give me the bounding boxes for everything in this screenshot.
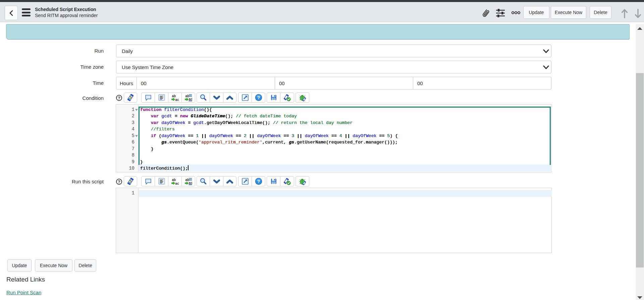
svg-text:?: ? <box>257 179 260 184</box>
svg-text:ac: ac <box>175 98 179 102</box>
svg-text:ab: ab <box>172 94 176 98</box>
svg-text:ac: ac <box>175 182 179 185</box>
svg-text:ac: ac <box>189 97 192 101</box>
svg-text:ab: ab <box>172 178 176 182</box>
svg-text:ac: ac <box>189 181 192 185</box>
svg-text:?: ? <box>257 95 260 100</box>
